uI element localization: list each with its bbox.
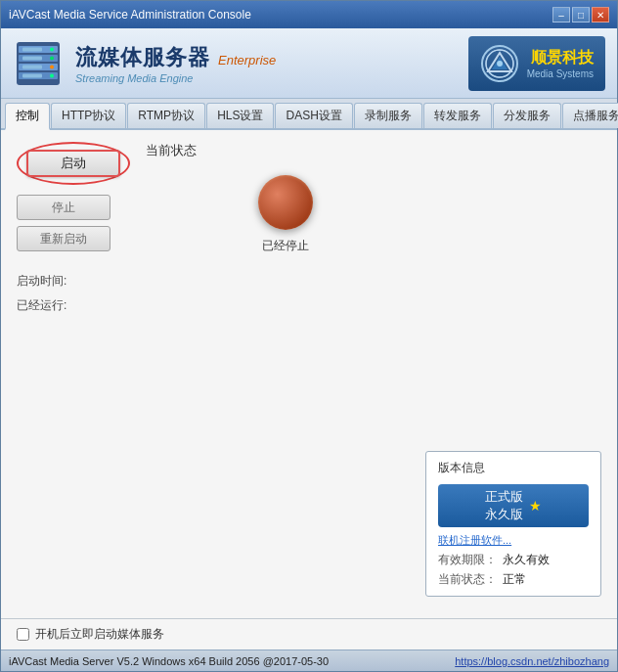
close-button[interactable]: ✕ bbox=[592, 7, 609, 22]
tab-vod[interactable]: 点播服务 bbox=[562, 103, 618, 128]
version-info-rows: 有效期限： 永久有效 当前状态： 正常 bbox=[438, 552, 589, 588]
tab-hls[interactable]: HLS设置 bbox=[206, 103, 274, 128]
app-header: 流媒体服务器 Enterprise Streaming Media Engine bbox=[1, 28, 617, 99]
bottom-bar: 开机后立即启动媒体服务 bbox=[1, 618, 617, 650]
running-row: 已经运行: bbox=[17, 297, 66, 314]
info-rows: 启动时间: 已经运行: bbox=[17, 273, 66, 314]
svg-point-15 bbox=[497, 61, 503, 67]
right-panel: 版本信息 正式版 永久版 ★ 联机注册软件... 有效期限： 永久有效 bbox=[425, 142, 601, 606]
status-indicator-area: 已经停止 bbox=[146, 175, 425, 254]
content-area: 启动 停止 重新启动 启动时间: 已经运行: 当前状态 bbox=[1, 130, 617, 650]
brand-area: 顺景科技 Media Systems bbox=[468, 36, 605, 91]
svg-point-7 bbox=[50, 65, 54, 68]
version-badge-text: 正式版 永久版 bbox=[485, 488, 523, 523]
running-label: 已经运行: bbox=[17, 297, 66, 314]
version-badge-line2: 永久版 bbox=[485, 506, 523, 523]
status-bar-right: https://blog.csdn.net/zhibozhang bbox=[455, 655, 609, 667]
start-button-highlight: 启动 bbox=[17, 142, 130, 185]
title-bar-text: iAVCast Media Service Administration Con… bbox=[9, 8, 251, 22]
start-button[interactable]: 启动 bbox=[26, 150, 120, 177]
version-title: 版本信息 bbox=[438, 460, 589, 476]
restart-button[interactable]: 重新启动 bbox=[17, 226, 110, 251]
version-badge: 正式版 永久版 ★ bbox=[438, 484, 589, 527]
svg-point-5 bbox=[50, 47, 54, 51]
tab-bar: 控制 HTTP协议 RTMP协议 HLS设置 DASH设置 录制服务 转发服务 … bbox=[1, 99, 617, 130]
subtitle-label: Streaming Media Engine bbox=[75, 72, 276, 84]
svg-point-6 bbox=[50, 56, 54, 60]
status-bar: iAVCast Media Server V5.2 Windows x64 Bu… bbox=[1, 650, 617, 671]
edition-label: Enterprise bbox=[218, 53, 276, 67]
current-status-row: 当前状态： 正常 bbox=[438, 571, 589, 588]
main-title: 流媒体服务器 bbox=[75, 43, 210, 72]
svg-rect-12 bbox=[22, 73, 42, 77]
maximize-button[interactable]: □ bbox=[572, 7, 590, 22]
server-icon bbox=[13, 38, 64, 89]
svg-rect-9 bbox=[22, 47, 42, 51]
center-status: 当前状态 已经停止 bbox=[146, 142, 425, 606]
tab-http[interactable]: HTTP协议 bbox=[51, 103, 126, 128]
current-status-value: 正常 bbox=[503, 571, 526, 588]
tab-control[interactable]: 控制 bbox=[5, 103, 50, 130]
title-bar-controls: – □ ✕ bbox=[552, 7, 609, 22]
tab-rtmp[interactable]: RTMP协议 bbox=[127, 103, 205, 128]
left-controls: 启动 停止 重新启动 启动时间: 已经运行: bbox=[17, 142, 146, 606]
status-text: 已经停止 bbox=[262, 238, 309, 254]
star-icon: ★ bbox=[529, 498, 542, 514]
current-status-label: 当前状态： bbox=[438, 571, 497, 588]
stop-button[interactable]: 停止 bbox=[17, 195, 110, 220]
autostart-label: 开机后立即启动媒体服务 bbox=[35, 626, 164, 643]
start-time-row: 启动时间: bbox=[17, 273, 66, 290]
app-window: iAVCast Media Service Administration Con… bbox=[0, 0, 618, 672]
brand-text: 顺景科技 Media Systems bbox=[527, 48, 594, 79]
version-badge-line1: 正式版 bbox=[485, 488, 523, 506]
validity-row: 有效期限： 永久有效 bbox=[438, 552, 589, 568]
brand-sub: Media Systems bbox=[527, 68, 594, 79]
title-bar: iAVCast Media Service Administration Con… bbox=[1, 1, 617, 28]
validity-label: 有效期限： bbox=[438, 552, 497, 568]
start-time-label: 启动时间: bbox=[17, 273, 66, 290]
main-panel: 启动 停止 重新启动 启动时间: 已经运行: 当前状态 bbox=[1, 130, 617, 618]
header-left: 流媒体服务器 Enterprise Streaming Media Engine bbox=[13, 38, 276, 89]
minimize-button[interactable]: – bbox=[552, 7, 570, 22]
reg-link[interactable]: 联机注册软件... bbox=[438, 533, 589, 548]
header-title: 流媒体服务器 Enterprise Streaming Media Engine bbox=[75, 43, 276, 84]
tab-distribute[interactable]: 分发服务 bbox=[493, 103, 561, 128]
brand-name: 顺景科技 bbox=[527, 48, 594, 68]
tab-dash[interactable]: DASH设置 bbox=[275, 103, 352, 128]
svg-point-8 bbox=[50, 73, 54, 77]
brand-logo-icon bbox=[480, 44, 519, 83]
status-light bbox=[258, 175, 313, 230]
status-section-label: 当前状态 bbox=[146, 142, 425, 159]
svg-rect-10 bbox=[22, 56, 42, 60]
tab-forward[interactable]: 转发服务 bbox=[423, 103, 492, 128]
tab-record[interactable]: 录制服务 bbox=[354, 103, 422, 128]
autostart-checkbox[interactable] bbox=[17, 628, 29, 641]
validity-value: 永久有效 bbox=[503, 552, 550, 568]
svg-rect-11 bbox=[22, 65, 42, 68]
status-bar-left: iAVCast Media Server V5.2 Windows x64 Bu… bbox=[9, 655, 329, 667]
version-section: 版本信息 正式版 永久版 ★ 联机注册软件... 有效期限： 永久有效 bbox=[425, 451, 601, 597]
